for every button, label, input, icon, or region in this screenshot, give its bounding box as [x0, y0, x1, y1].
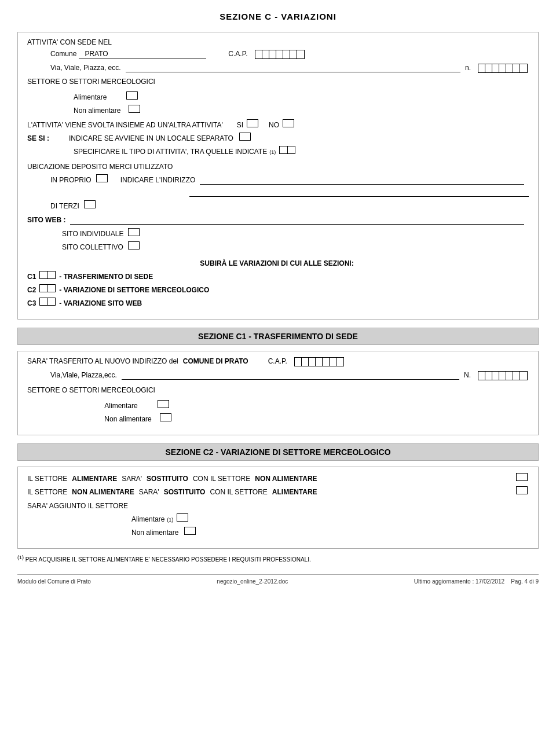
c1-n-label: N.: [464, 371, 471, 379]
footer-middle: negozio_online_2-2012.doc: [217, 578, 288, 585]
c1-row: C1 - TRASFERIMENTO DI SEDE: [27, 271, 529, 281]
specificare-checkbox[interactable]: [279, 146, 295, 154]
c1-checkbox[interactable]: [39, 271, 56, 279]
c2-row1-alimentare: ALIMENTARE: [72, 475, 117, 483]
c1-label: C1: [27, 273, 36, 281]
c2-label: C2: [27, 286, 36, 294]
c1-n-input[interactable]: [478, 371, 528, 380]
alimentare-checkbox[interactable]: [126, 91, 138, 100]
locale-separato-checkbox[interactable]: [239, 133, 251, 141]
c2-non-alimentare-checkbox[interactable]: [184, 527, 196, 535]
cap-boxes: [254, 50, 306, 59]
comune-bold: COMUNE DI PRATO: [183, 357, 248, 365]
c3-row: C3 - VARIAZIONE SITO WEB: [27, 298, 529, 307]
settore-label: SETTORE O SETTORI MERCEOLOGICI: [27, 78, 155, 86]
indirizzo-row2: [189, 188, 529, 197]
specificare-label: SPECIFICARE IL TIPO DI ATTIVITA', TRA QU…: [74, 148, 267, 156]
c2-sara-aggiunto-row: SARA' AGGIUNTO IL SETTORE: [27, 502, 529, 510]
di-terzi-row: DI TERZI: [50, 200, 529, 210]
cap-label: C.A.P.: [228, 50, 247, 58]
specificare-sup: (1): [269, 149, 276, 155]
c2-alimentare-sup: (1): [167, 517, 173, 523]
in-proprio-checkbox[interactable]: [96, 174, 108, 182]
non-alimentare-checkbox[interactable]: [129, 105, 140, 113]
c1-non-alimentare-row: Non alimentare: [27, 413, 529, 423]
c2-row1-il-settore: IL SETTORE: [27, 475, 67, 483]
ubicazione-label: UBICAZIONE DEPOSITO MERCI UTILIZZATO: [27, 163, 173, 171]
footer-right: Ultimo aggiornamento : 17/02/2012 Pag. 4…: [414, 578, 539, 585]
c3-label: C3: [27, 299, 36, 307]
di-terzi-checkbox[interactable]: [84, 200, 96, 208]
comune-text: PRATO: [85, 50, 108, 58]
c2-row2: IL SETTORE NON ALIMENTARE SARA' SOSTITUI…: [27, 486, 529, 496]
n-label: n.: [465, 64, 471, 72]
c2-alimentare-row: Alimentare (1): [131, 513, 529, 523]
c2-row1-checkbox[interactable]: [516, 473, 528, 481]
section-c1-header: SEZIONE C1 - TRASFERIMENTO DI SEDE: [17, 328, 539, 345]
no-checkbox[interactable]: [283, 119, 294, 127]
c1-settore-label: SETTORE O SETTORI MERCEOLOGICI: [27, 386, 155, 394]
c2-row1-con-settore: CON IL SETTORE: [193, 475, 250, 483]
via-label: Via, Viale, Piazza, ecc.: [50, 64, 121, 72]
attivita-insieme-row: L'ATTIVITA' VIENE SVOLTA INSIEME AD UN'A…: [27, 119, 529, 129]
se-si-row: SE SI : INDICARE SE AVVIENE IN UN LOCALE…: [27, 133, 529, 142]
specificare-row: SPECIFICARE IL TIPO DI ATTIVITA', TRA QU…: [74, 146, 529, 156]
c2-alimentare-label: Alimentare: [131, 515, 164, 523]
c2-row2-con-settore: CON IL SETTORE: [210, 488, 267, 496]
non-alimentare-label: Non alimentare: [74, 107, 120, 115]
c2-non-alimentare-label: Non alimentare: [131, 529, 178, 537]
footer-page: Pag. 4 di 9: [511, 578, 539, 585]
c2-row1: IL SETTORE ALIMENTARE SARA' SOSTITUITO C…: [27, 473, 529, 483]
subira-label: SUBIRÀ LE VARIAZIONI DI CUI ALLE SEZIONI…: [200, 259, 353, 267]
footnote-text: PER ACQUISIRE IL SETTORE ALIMENTARE E' N…: [25, 556, 311, 563]
c2-non-alimentare-row: Non alimentare: [131, 527, 529, 537]
c2-row2-checkbox[interactable]: [516, 486, 528, 494]
c1-non-alimentare-checkbox[interactable]: [160, 413, 171, 421]
page-title: SEZIONE C - VARIAZIONI: [17, 12, 539, 21]
alimentare-label: Alimentare: [74, 93, 107, 101]
ubicazione-label-row: UBICAZIONE DEPOSITO MERCI UTILIZZATO: [27, 163, 529, 171]
attivita-row: ATTIVITA' CON SEDE NEL: [27, 38, 529, 46]
c2-checkbox[interactable]: [39, 284, 56, 292]
c1-desc: - TRASFERIMENTO DI SEDE: [59, 273, 153, 281]
c2-row2-sara: SARA': [139, 488, 159, 496]
c1-alimentare-checkbox[interactable]: [158, 400, 169, 408]
footer-right-date: 17/02/2012: [475, 578, 504, 585]
indicare-locale-label: INDICARE SE AVVIENE IN UN LOCALE SEPARAT…: [69, 134, 233, 142]
non-alimentare-row: Non alimentare: [27, 105, 529, 115]
sito-individuale-label: SITO INDIVIDUALE: [62, 230, 123, 238]
c2-row1-sara: SARA': [122, 475, 142, 483]
c3-desc: - VARIAZIONE SITO WEB: [59, 299, 142, 307]
c1-via-input[interactable]: [122, 371, 459, 380]
indirizzo-input[interactable]: [200, 176, 524, 185]
via-input[interactable]: [126, 64, 460, 72]
footer-right-label: Ultimo aggiornamento :: [414, 578, 474, 585]
c1-cap-input[interactable]: [294, 357, 344, 366]
c3-checkbox[interactable]: [39, 298, 56, 306]
c1-cap-boxes: [293, 357, 345, 366]
attivita-label: ATTIVITA' CON SEDE NEL: [27, 38, 112, 46]
no-label: NO: [269, 121, 279, 129]
in-proprio-row: IN PROPRIO INDICARE L'INDIRIZZO: [50, 174, 529, 185]
section-c1-block: SARA' TRASFERITO AL NUOVO INDIRIZZO del …: [17, 351, 539, 435]
c2-row1-non-alimentare: NON ALIMENTARE: [255, 475, 317, 483]
di-terzi-label: DI TERZI: [50, 202, 79, 210]
c2-sara-aggiunto-label: SARA' AGGIUNTO IL SETTORE: [27, 502, 128, 510]
c1-settore-label-row: SETTORE O SETTORI MERCEOLOGICI: [27, 386, 529, 394]
indicare-indirizzo-label: INDICARE L'INDIRIZZO: [120, 176, 196, 184]
c2-alimentare-checkbox[interactable]: [177, 513, 188, 522]
cap-input-box[interactable]: [255, 50, 305, 59]
section-c-block: ATTIVITA' CON SEDE NEL Comune PRATO C.A.…: [17, 32, 539, 320]
si-checkbox[interactable]: [247, 119, 258, 127]
sito-individuale-checkbox[interactable]: [128, 228, 140, 236]
sito-web-input[interactable]: [70, 216, 524, 225]
sara-label: SARA' TRASFERITO AL NUOVO INDIRIZZO del: [27, 357, 178, 365]
alimentare-row: Alimentare: [27, 91, 529, 101]
sito-collettivo-checkbox[interactable]: [128, 241, 140, 249]
si-label: SI: [237, 121, 243, 129]
comune-label: Comune: [50, 50, 76, 58]
n-boxes: [477, 64, 529, 73]
indirizzo-line2[interactable]: [189, 188, 529, 197]
n-input-box[interactable]: [478, 64, 528, 73]
via-row: Via, Viale, Piazza, ecc. n.: [27, 64, 529, 73]
